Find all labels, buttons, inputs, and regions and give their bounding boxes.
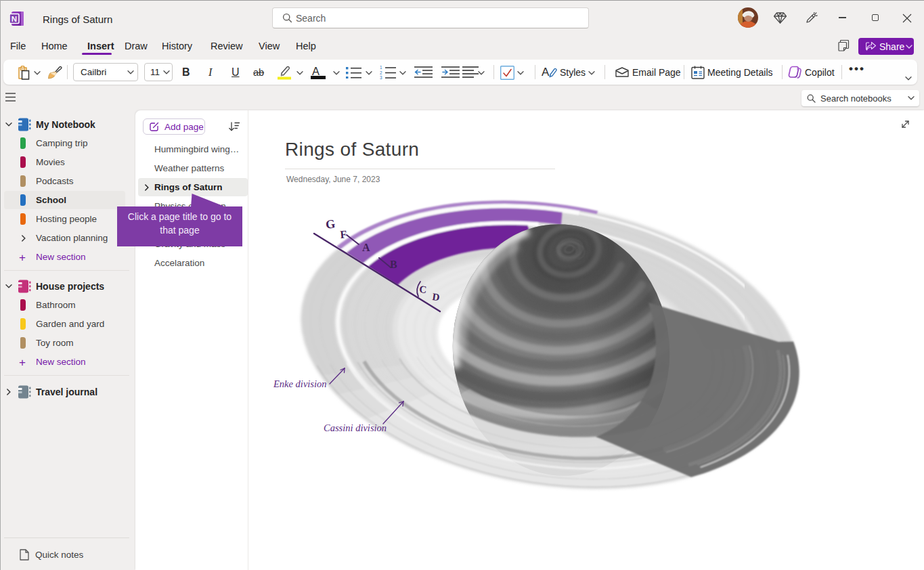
svg-text:A: A xyxy=(362,242,370,253)
svg-text:G: G xyxy=(325,217,336,232)
svg-text:Enke division: Enke division xyxy=(273,378,327,389)
svg-text:Cassini division: Cassini division xyxy=(324,422,387,433)
svg-text:C: C xyxy=(419,284,427,295)
svg-text:B: B xyxy=(390,259,397,270)
svg-text:F: F xyxy=(340,228,347,240)
